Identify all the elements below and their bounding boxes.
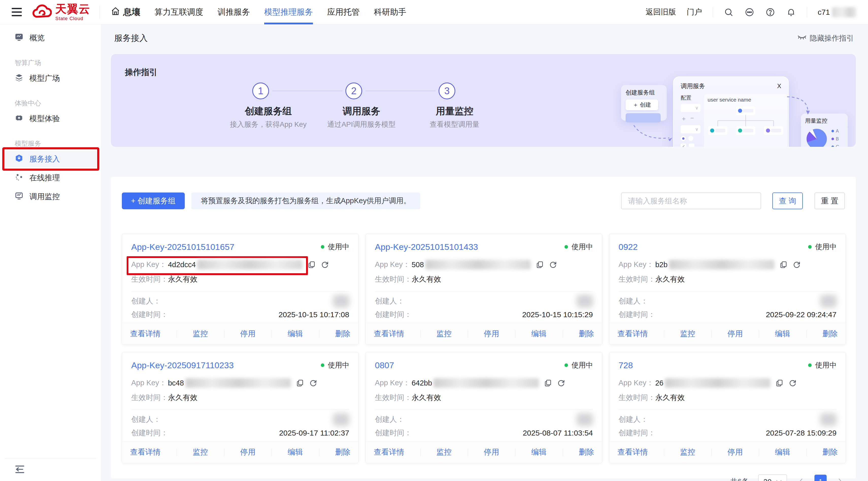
delete-link[interactable]: 删除 xyxy=(335,329,350,339)
refresh-icon[interactable] xyxy=(557,379,565,387)
pagination: 共6条 20 1 xyxy=(730,474,845,481)
account-menu[interactable]: c71 xyxy=(818,7,856,17)
collapse-sidebar-icon[interactable] xyxy=(15,465,25,475)
view-details-link[interactable]: 查看详情 xyxy=(618,447,648,457)
create-service-group-button[interactable]: + 创建服务组 xyxy=(122,192,185,209)
disable-link[interactable]: 停用 xyxy=(240,447,255,457)
nav-item-xirang[interactable]: 息壤 xyxy=(111,0,141,24)
service-group-title-link[interactable]: 0922 xyxy=(619,242,638,252)
sidebar-item-overview[interactable]: 概览 xyxy=(4,29,97,46)
chevron-down-icon xyxy=(776,480,782,481)
edit-link[interactable]: 编辑 xyxy=(775,447,790,457)
prev-page-button[interactable] xyxy=(796,474,805,481)
service-group-title-link[interactable]: 0807 xyxy=(375,360,394,370)
help-icon[interactable] xyxy=(765,7,775,17)
service-group-title-link[interactable]: App-Key-20251015101657 xyxy=(131,242,234,252)
monitor-link[interactable]: 监控 xyxy=(437,329,452,339)
monitor-link[interactable]: 监控 xyxy=(437,447,452,457)
view-details-link[interactable]: 查看详情 xyxy=(618,329,648,339)
disable-link[interactable]: 停用 xyxy=(484,447,499,457)
back-to-old-link[interactable]: 返回旧版 xyxy=(646,7,676,17)
nav-item-model-inference[interactable]: 模型推理服务 xyxy=(264,0,313,24)
service-group-title-link[interactable]: App-Key-20251015101433 xyxy=(375,242,478,252)
edit-link[interactable]: 编辑 xyxy=(288,329,303,339)
nav-item-app-hosting[interactable]: 应用托管 xyxy=(327,0,360,24)
action-divider xyxy=(319,330,319,338)
copy-icon[interactable] xyxy=(308,261,316,269)
view-details-link[interactable]: 查看详情 xyxy=(130,329,161,339)
copy-icon[interactable] xyxy=(544,379,552,387)
sidebar-item-model-experience[interactable]: 模型体验 xyxy=(4,110,97,127)
disable-link[interactable]: 停用 xyxy=(727,329,743,339)
refresh-icon[interactable] xyxy=(788,379,797,387)
notifications-bell-icon[interactable] xyxy=(786,7,796,17)
disable-link[interactable]: 停用 xyxy=(240,329,255,339)
copy-icon[interactable] xyxy=(779,261,787,269)
copy-icon[interactable] xyxy=(536,261,544,269)
step-2-number: 2 xyxy=(345,83,362,99)
action-divider xyxy=(468,449,468,456)
refresh-icon[interactable] xyxy=(321,261,329,269)
delete-link[interactable]: 删除 xyxy=(335,447,350,457)
sidebar-item-online-inference[interactable]: 在线推理 xyxy=(4,170,97,186)
creator-redacted xyxy=(820,295,837,307)
refresh-icon[interactable] xyxy=(793,261,801,269)
delete-link[interactable]: 删除 xyxy=(579,447,594,457)
view-details-link[interactable]: 查看详情 xyxy=(130,447,161,457)
created-time-label: 创建时间： xyxy=(131,309,168,320)
created-time-value: 2025-09-22 09:24:47 xyxy=(766,310,837,319)
monitor-link[interactable]: 监控 xyxy=(193,329,208,339)
edit-link[interactable]: 编辑 xyxy=(531,447,547,457)
service-group-title-link[interactable]: 728 xyxy=(619,360,633,370)
refresh-icon[interactable] xyxy=(549,261,557,269)
copy-icon[interactable] xyxy=(775,379,783,387)
current-page-button[interactable]: 1 xyxy=(814,475,827,481)
nav-item-train-infer[interactable]: 训推服务 xyxy=(218,0,250,24)
hide-guide-toggle[interactable]: 隐藏操作指引 xyxy=(798,33,854,43)
page-title: 服务接入 xyxy=(114,32,148,44)
valid-time-label: 生效时间： xyxy=(619,393,655,403)
card-divider xyxy=(619,410,837,410)
reset-button[interactable]: 重 置 xyxy=(814,192,845,209)
action-divider xyxy=(664,449,664,456)
monitor-link[interactable]: 监控 xyxy=(193,447,208,457)
service-group-search-input[interactable] xyxy=(621,192,761,209)
portal-link[interactable]: 门户 xyxy=(687,7,702,17)
view-details-link[interactable]: 查看详情 xyxy=(374,329,404,339)
page-size-select[interactable]: 20 xyxy=(758,474,787,481)
hamburger-menu-icon[interactable] xyxy=(12,8,22,16)
nav-item-compute-scheduling[interactable]: 算力互联调度 xyxy=(155,0,203,24)
monitor-link[interactable]: 监控 xyxy=(680,329,695,339)
app-key-value-prefix: 26 xyxy=(655,379,663,387)
nav-item-research-assistant[interactable]: 科研助手 xyxy=(374,0,406,24)
delete-link[interactable]: 删除 xyxy=(823,447,838,457)
refresh-icon[interactable] xyxy=(309,379,317,387)
search-icon[interactable] xyxy=(723,7,734,17)
app-key-label: App Key： xyxy=(619,378,654,388)
copy-icon[interactable] xyxy=(296,379,304,387)
valid-time-value: 永久有效 xyxy=(412,393,441,403)
more-apps-icon[interactable] xyxy=(744,7,754,17)
account-id-redacted xyxy=(832,7,856,17)
monitor-link[interactable]: 监控 xyxy=(680,447,695,457)
query-button[interactable]: 查 询 xyxy=(772,192,803,209)
edit-link[interactable]: 编辑 xyxy=(775,329,790,339)
sidebar-section-model-service: 模型服务 xyxy=(15,139,101,148)
disable-link[interactable]: 停用 xyxy=(727,447,743,457)
view-details-link[interactable]: 查看详情 xyxy=(374,447,404,457)
sidebar-item-call-monitoring[interactable]: 调用监控 xyxy=(4,188,97,205)
service-group-title-link[interactable]: App-Key-20250917110233 xyxy=(131,360,234,370)
delete-link[interactable]: 删除 xyxy=(823,329,838,339)
created-time-value: 2025-08-07 11:03:54 xyxy=(523,429,593,437)
disable-link[interactable]: 停用 xyxy=(484,329,499,339)
sidebar-item-service-access[interactable]: 服务接入 xyxy=(4,151,97,168)
delete-link[interactable]: 删除 xyxy=(579,329,594,339)
divider xyxy=(713,7,713,17)
status-text: 使用中 xyxy=(815,360,837,370)
sidebar-item-model-market[interactable]: 模型广场 xyxy=(4,70,97,87)
service-group-card: App-Key-20250917110233 使用中 App Key： bc48… xyxy=(122,352,359,463)
next-page-button[interactable] xyxy=(836,474,845,481)
status-text: 使用中 xyxy=(571,242,593,252)
edit-link[interactable]: 编辑 xyxy=(288,447,303,457)
edit-link[interactable]: 编辑 xyxy=(531,329,547,339)
